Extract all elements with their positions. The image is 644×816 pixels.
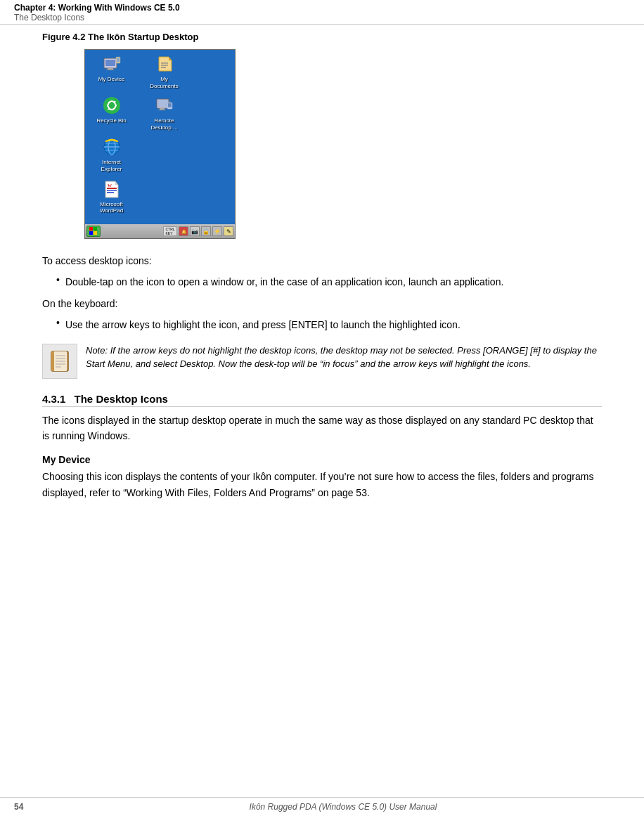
remote-desktop-icon (154, 95, 175, 116)
taskbar-icon-2: 📷 (190, 226, 200, 236)
my-device-heading: My Device (42, 454, 602, 465)
svg-rect-28 (107, 192, 114, 193)
icon-row-4: W MicrosoftWordPad (89, 179, 231, 214)
wordpad-icon: W (101, 179, 122, 200)
note-box: Note: If the arrow keys do not highlight… (42, 344, 602, 379)
svg-rect-17 (168, 103, 172, 108)
my-device-icon (101, 53, 122, 75)
keyboard-heading: On the keyboard: (42, 296, 602, 311)
desktop-icon-recycle-bin[interactable]: Recycle Bin (89, 95, 134, 131)
desktop-icon-wordpad[interactable]: W MicrosoftWordPad (89, 179, 134, 214)
footer-page-number: 54 (14, 802, 56, 812)
desktop-icon-my-device[interactable]: My Device (89, 53, 134, 89)
bullet-mouse-1-text: Double-tap on the icon to open a window … (65, 274, 602, 290)
section-intro: The icons displayed in the startup deskt… (42, 413, 602, 444)
svg-rect-36 (51, 351, 54, 371)
bullet-keyboard-1: • Use the arrow keys to highlight the ic… (42, 317, 602, 332)
svg-rect-8 (161, 63, 168, 64)
main-content: Figure 4.2 The Ikôn Startup Desktop (0, 25, 644, 527)
svg-rect-13 (157, 100, 168, 107)
my-documents-icon (154, 53, 175, 75)
svg-rect-33 (94, 231, 97, 235)
note-book-icon (42, 344, 77, 379)
page-header: Chapter 4: Working With Windows CE 5.0 T… (0, 0, 644, 25)
taskbar-system-tray: CTRLKEY 🔔 📷 🔒 ⚡ ✎ (163, 226, 233, 236)
desktop-icon-ie-label: InternetExplorer (101, 159, 122, 172)
svg-rect-26 (107, 188, 117, 189)
section-number: 4.3.1 (42, 393, 65, 405)
chapter-subtitle: The Desktop Icons (14, 13, 630, 22)
taskbar-start-button[interactable] (86, 226, 101, 237)
taskbar-icon-3: 🔒 (201, 226, 211, 236)
svg-point-11 (103, 97, 120, 114)
svg-rect-10 (161, 67, 166, 68)
desktop-screen: My Device MyDocuments (84, 49, 236, 239)
bullet-mouse-1: • Double-tap on the icon to open a windo… (42, 274, 602, 290)
svg-rect-30 (89, 227, 93, 231)
section-title: The Desktop Icons (75, 393, 168, 405)
note-text: Note: If the arrow keys do not highlight… (86, 344, 602, 371)
svg-rect-2 (108, 68, 113, 70)
icon-row-1: My Device MyDocuments (89, 53, 231, 89)
my-device-text: Choosing this icon displays the contents… (42, 469, 602, 500)
svg-rect-1 (105, 60, 115, 66)
section-heading-4-3-1: 4.3.1 The Desktop Icons (42, 393, 602, 407)
windows-logo-icon (89, 227, 98, 235)
taskbar-icon-4: ⚡ (212, 226, 222, 236)
bullet-symbol-2: • (56, 317, 60, 332)
access-heading: To access desktop icons: (42, 253, 602, 268)
internet-explorer-icon (101, 136, 122, 157)
desktop-icon-my-documents[interactable]: MyDocuments (141, 53, 187, 89)
icon-row-3: InternetExplorer (89, 136, 231, 172)
svg-rect-31 (94, 227, 97, 231)
recycle-bin-icon (101, 95, 122, 116)
header-chapter: Chapter 4: Working With Windows CE 5.0 T… (14, 3, 630, 22)
svg-rect-15 (158, 110, 166, 110)
desktop-icon-wordpad-label: MicrosoftWordPad (100, 201, 123, 214)
figure-caption: Figure 4.2 The Ikôn Startup Desktop (42, 32, 602, 42)
svg-rect-14 (160, 108, 165, 110)
icon-row-2: Recycle Bin (89, 95, 231, 131)
desktop-icon-recycle-bin-label: Recycle Bin (96, 117, 126, 124)
taskbar: CTRLKEY 🔔 📷 🔒 ⚡ ✎ (85, 224, 235, 238)
svg-rect-3 (106, 70, 115, 70)
desktop-icons-area: My Device MyDocuments (85, 50, 235, 224)
svg-rect-32 (89, 231, 93, 235)
svg-rect-5 (117, 58, 120, 62)
book-svg-icon (47, 349, 72, 374)
taskbar-icon-1: 🔔 (179, 226, 188, 236)
svg-rect-9 (161, 65, 168, 66)
desktop-icon-remote-desktop[interactable]: RemoteDesktop ... (141, 95, 187, 131)
svg-text:W: W (108, 183, 112, 188)
desktop-figure: My Device MyDocuments (84, 49, 602, 239)
svg-rect-27 (107, 190, 117, 191)
taskbar-ctrl-key: CTRLKEY (163, 226, 177, 236)
desktop-icon-my-documents-label: MyDocuments (150, 76, 178, 89)
desktop-icon-my-device-label: My Device (98, 76, 124, 83)
bullet-symbol: • (56, 274, 60, 290)
desktop-icon-remote-desktop-label: RemoteDesktop ... (150, 117, 177, 131)
chapter-title: Chapter 4: Working With Windows CE 5.0 (14, 3, 630, 13)
taskbar-pencil-icon: ✎ (224, 226, 233, 236)
bullet-keyboard-1-text: Use the arrow keys to highlight the icon… (65, 317, 602, 332)
desktop-icon-internet-explorer[interactable]: InternetExplorer (89, 136, 134, 172)
footer-center-text: Ikôn Rugged PDA (Windows CE 5.0) User Ma… (56, 802, 630, 812)
page-footer: 54 Ikôn Rugged PDA (Windows CE 5.0) User… (0, 797, 644, 816)
